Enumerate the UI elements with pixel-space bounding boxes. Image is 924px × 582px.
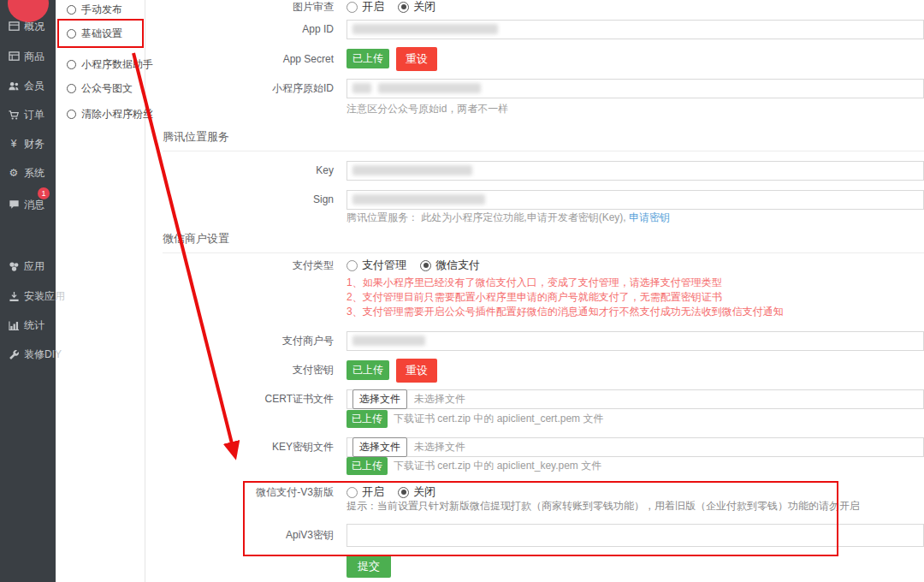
submenu-item-label: 基础设置 <box>81 27 122 41</box>
apiv3-secret-input[interactable] <box>346 524 924 547</box>
original-id-hint: 注意区分公众号原始id，两者不一样 <box>346 102 508 116</box>
cert-choose-file-button[interactable]: 选择文件 <box>352 389 407 409</box>
lbs-key-input[interactable] <box>346 161 924 181</box>
original-id-input[interactable] <box>346 79 924 98</box>
lbs-hint: 腾讯位置服务： 此处为小程序定位功能,申请开发者密钥(Key), 申请密钥 <box>346 211 670 225</box>
redacted-value <box>352 336 425 346</box>
apply-key-link[interactable]: 申请密钥 <box>629 211 670 223</box>
sidebar-item-apps[interactable]: 应用 <box>0 258 56 274</box>
field-label: KEY密钥文件 <box>145 440 334 454</box>
radio-dot-icon <box>67 5 76 15</box>
pay-secret-row: 支付密钥 已上传 重设 <box>145 359 924 382</box>
apps-icon <box>8 261 20 272</box>
sidebar-item-finance[interactable]: ¥ 财务 <box>0 136 56 151</box>
field-label: CERT证书文件 <box>145 392 334 407</box>
key-uploaded-badge: 已上传 <box>346 457 388 475</box>
message-count-badge: 1 <box>38 187 50 199</box>
sidebar-item-orders[interactable]: 订单 <box>0 107 56 122</box>
sidebar-item-label: 应用 <box>24 259 44 274</box>
submenu-item-miniprogram-data-assistant[interactable]: 小程序数据助手 <box>67 57 153 71</box>
field-label: App ID <box>145 23 334 35</box>
finance-icon: ¥ <box>8 138 20 150</box>
lbs-sign-input[interactable] <box>346 190 924 210</box>
members-icon <box>8 80 20 92</box>
field-label: 图片审查 <box>145 0 334 15</box>
cert-file-hint-row: 已上传 下载证书 cert.zip 中的 apiclient_cert.pem … <box>346 410 603 428</box>
sidebar-item-goods[interactable]: 商品 <box>0 49 56 64</box>
cert-uploaded-badge: 已上传 <box>346 410 388 428</box>
merchant-no-input[interactable] <box>346 331 924 351</box>
v3-off-radio[interactable] <box>398 487 409 498</box>
sidebar-item-label: 安装应用 <box>24 289 65 304</box>
submenu-item-basic-settings[interactable]: 基础设置 <box>67 27 122 40</box>
pay-type-wechat-radio[interactable] <box>420 260 431 271</box>
radio-label: 关闭 <box>413 0 435 15</box>
field-label: 支付类型 <box>145 258 334 273</box>
radio-dot-icon <box>67 60 76 69</box>
key-choose-file-button[interactable]: 选择文件 <box>352 437 407 457</box>
sidebar-item-system[interactable]: ⚙ 系统 <box>0 165 56 181</box>
submit-button[interactable]: 提交 <box>346 555 391 578</box>
sidebar-item-decoration-diy[interactable]: 装修DIY <box>0 347 56 362</box>
diy-icon <box>8 349 20 360</box>
submit-row: 提交 <box>346 558 391 574</box>
radio-label: 微信支付 <box>435 258 480 273</box>
app-secret-uploaded-badge: 已上传 <box>346 49 389 68</box>
section-divider <box>163 252 924 253</box>
sidebar-item-members[interactable]: 会员 <box>0 78 56 93</box>
section-title-wechat-merchant: 微信商户设置 <box>163 231 229 246</box>
sidebar-item-label: 系统 <box>24 166 44 181</box>
sidebar-item-label: 装修DIY <box>24 347 62 362</box>
pay-secret-reset-button[interactable]: 重设 <box>396 359 437 383</box>
field-label: 支付密钥 <box>145 363 334 377</box>
system-icon: ⚙ <box>8 167 20 179</box>
section-title-tencent-location: 腾讯位置服务 <box>163 129 229 145</box>
redacted-value <box>352 165 472 175</box>
app-secret-reset-button[interactable]: 重设 <box>396 47 437 71</box>
field-label: Sign <box>145 193 334 205</box>
app-secret-row: App Secret 已上传 重设 <box>145 47 924 70</box>
pay-type-row: 支付类型 支付管理 微信支付 <box>145 258 924 273</box>
radio-dot-icon <box>67 84 76 93</box>
submenu-item-label: 清除小程序粉丝 <box>81 107 153 122</box>
sidebar-item-install-apps[interactable]: 安装应用 <box>0 288 56 304</box>
sidebar-item-statistics[interactable]: 统计 <box>0 318 56 333</box>
submenu-item-clear-miniprogram-fans[interactable]: 清除小程序粉丝 <box>67 107 153 121</box>
radio-label: 关闭 <box>413 484 435 500</box>
sidebar-item-label: 财务 <box>24 137 44 151</box>
merchant-no-row: 支付商户号 <box>145 330 924 351</box>
lbs-sign-row: Sign <box>145 189 924 210</box>
redacted-value <box>378 83 481 93</box>
section-divider <box>163 151 924 151</box>
sidebar-item-messages[interactable]: 消息 <box>0 197 56 212</box>
install-apps-icon <box>8 291 20 302</box>
original-id-row: 小程序原始ID <box>145 78 924 98</box>
image-review-row: 图片审查 开启 关闭 <box>145 0 924 15</box>
sidebar-item-overview[interactable]: 概况 <box>0 19 56 34</box>
submenu-item-official-account-articles[interactable]: 公众号图文 <box>67 81 133 95</box>
stats-icon <box>8 320 20 331</box>
app-id-input[interactable] <box>346 20 924 39</box>
submenu-item-manual-publish[interactable]: 手动发布 <box>67 3 122 16</box>
admin-settings-page: 概况 商品 会员 订单 ¥ 财务 ⚙ 系统 1 <box>0 0 924 582</box>
image-review-on-radio[interactable] <box>346 2 358 13</box>
sidebar-item-label: 会员 <box>24 79 44 93</box>
pay-type-manage-radio[interactable] <box>346 260 358 271</box>
image-review-off-radio[interactable] <box>398 2 409 13</box>
v3-on-radio[interactable] <box>346 487 358 498</box>
lbs-key-row: Key <box>145 160 924 181</box>
cert-file-input[interactable]: 选择文件 未选择文件 <box>346 389 924 409</box>
key-file-hint: 下载证书 cert.zip 中的 apiclient_key.pem 文件 <box>394 459 601 473</box>
sidebar-item-label: 商品 <box>24 50 44 64</box>
sidebar-item-label: 订单 <box>24 108 44 122</box>
cert-file-row: CERT证书文件 选择文件 未选择文件 <box>145 389 924 409</box>
radio-dot-icon <box>67 29 76 39</box>
sidebar-item-label: 消息 <box>24 198 44 212</box>
wechat-pay-v3-row: 微信支付-V3新版 开启 关闭 <box>145 484 924 500</box>
key-file-input[interactable]: 选择文件 未选择文件 <box>346 437 924 457</box>
radio-label: 支付管理 <box>362 258 406 273</box>
redacted-value <box>352 83 371 93</box>
pay-type-note-3: 3、支付管理需要开启公众号插件配置好微信的消息通知才行不然支付成功无法收到微信支… <box>346 305 784 319</box>
lbs-hint-text: 腾讯位置服务： 此处为小程序定位功能,申请开发者密钥(Key), <box>346 211 626 223</box>
v3-hint: 提示：当前设置只针对新版微信提现打款（商家转账到零钱功能），用着旧版（企业付款到… <box>346 499 860 514</box>
